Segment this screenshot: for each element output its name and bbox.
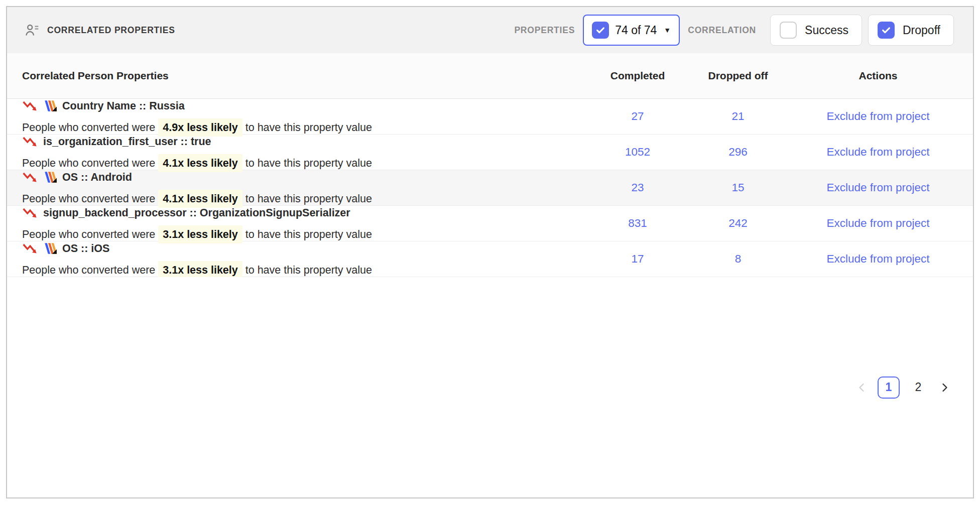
column-header-property: Correlated Person Properties [7,70,582,82]
chevron-left-icon [854,380,870,395]
success-checkbox[interactable] [780,22,797,39]
table-body: Country Name :: Russia People who conver… [7,99,973,277]
property-name: is_organization_first_user :: true [43,136,211,148]
trend-down-icon [22,99,38,113]
properties-select-all-checkbox[interactable] [592,22,609,39]
column-header-actions: Actions [783,70,973,82]
description-suffix: to have this property value [246,264,372,276]
actions-cell: Exclude from project [783,170,973,205]
description-suffix: to have this property value [246,193,372,205]
property-title: OS :: Android [22,170,582,184]
exclude-from-project-link[interactable]: Exclude from project [826,217,929,230]
trend-down-icon [22,206,38,220]
column-header-completed: Completed [582,70,693,82]
description-prefix: People who converted were [22,193,155,205]
description-suffix: to have this property value [246,157,372,169]
description-suffix: to have this property value [246,121,372,134]
pagination-page-2[interactable]: 2 [908,376,929,399]
column-header-dropped-off: Dropped off [693,70,783,82]
completed-count[interactable]: 1052 [582,135,693,170]
dropoff-checkbox[interactable] [878,22,895,39]
trend-down-icon [22,241,38,256]
exclude-from-project-link[interactable]: Exclude from project [826,110,929,123]
success-toggle-button[interactable]: Success [770,15,862,46]
property-name: Country Name :: Russia [62,100,185,112]
table-row: signup_backend_processor :: Organization… [7,206,973,241]
properties-filter-value: 74 of 74 [615,24,657,37]
property-title: Country Name :: Russia [22,99,582,113]
panel-title-group: CORRELATED PROPERTIES [24,22,175,38]
table-row: OS :: Android People who converted were … [7,170,973,206]
properties-filter-dropdown[interactable]: 74 of 74 ▼ [583,15,680,46]
property-description: People who converted were 4.1x less like… [22,157,582,170]
property-cell: is_organization_first_user :: true Peopl… [7,135,582,170]
trend-down-icon [22,170,38,184]
dropoff-toggle-button[interactable]: Dropoff [868,15,954,46]
description-prefix: People who converted were [22,157,155,169]
completed-count[interactable]: 27 [582,99,693,134]
property-description: People who converted were 3.1x less like… [22,264,582,277]
dropped-off-count[interactable]: 296 [693,135,783,170]
exclude-from-project-link[interactable]: Exclude from project [826,181,929,194]
exclude-from-project-link[interactable]: Exclude from project [826,252,929,266]
panel-header: CORRELATED PROPERTIES PROPERTIES 74 of 7… [7,7,973,53]
description-prefix: People who converted were [22,264,155,276]
property-name: OS :: Android [62,171,132,184]
actions-cell: Exclude from project [783,241,973,277]
dropped-off-count[interactable]: 8 [693,241,783,277]
property-cell: OS :: Android People who converted were … [7,170,582,205]
correlation-label: CORRELATION [688,25,756,36]
actions-cell: Exclude from project [783,99,973,134]
person-list-icon [24,22,40,38]
pagination-page-1[interactable]: 1 [878,376,900,399]
multiplier-highlight: 3.1x less likely [158,261,242,279]
dropped-off-count[interactable]: 242 [693,206,783,241]
property-title: OS :: iOS [22,241,582,256]
dropoff-toggle-label: Dropoff [903,24,940,37]
property-description: People who converted were 3.1x less like… [22,228,582,241]
multiplier-highlight: 3.1x less likely [158,225,242,243]
description-prefix: People who converted were [22,121,155,134]
table-row: Country Name :: Russia People who conver… [7,99,973,135]
completed-count[interactable]: 831 [582,206,693,241]
bar-chart-icon [43,170,57,184]
chevron-down-icon: ▼ [664,26,671,34]
actions-cell: Exclude from project [783,135,973,170]
bar-chart-icon [43,99,57,113]
description-prefix: People who converted were [22,228,155,240]
property-cell: Country Name :: Russia People who conver… [7,99,582,134]
bar-chart-icon [43,241,57,256]
exclude-from-project-link[interactable]: Exclude from project [826,146,929,159]
completed-count[interactable]: 17 [582,241,693,277]
actions-cell: Exclude from project [783,206,973,241]
property-description: People who converted were 4.1x less like… [22,193,582,205]
property-cell: OS :: iOS People who converted were 3.1x… [7,241,582,277]
property-cell: signup_backend_processor :: Organization… [7,206,582,241]
dropped-off-count[interactable]: 21 [693,99,783,134]
property-name: signup_backend_processor :: Organization… [43,207,350,219]
table-header-row: Correlated Person Properties Completed D… [7,53,973,99]
description-suffix: to have this property value [246,228,372,240]
correlated-properties-panel: CORRELATED PROPERTIES PROPERTIES 74 of 7… [6,6,974,498]
property-title: signup_backend_processor :: Organization… [22,206,582,220]
property-name: OS :: iOS [62,242,109,255]
multiplier-highlight: 4.9x less likely [158,118,242,137]
panel-title: CORRELATED PROPERTIES [47,25,175,36]
property-description: People who converted were 4.9x less like… [22,121,582,134]
properties-label: PROPERTIES [514,25,575,36]
trend-down-icon [22,135,38,149]
table-row: is_organization_first_user :: true Peopl… [7,135,973,170]
chevron-right-icon[interactable] [937,380,952,395]
table-footer: 1 2 [7,277,973,497]
property-title: is_organization_first_user :: true [22,135,582,149]
multiplier-highlight: 4.1x less likely [158,154,242,172]
table-row: OS :: iOS People who converted were 3.1x… [7,241,973,277]
dropped-off-count[interactable]: 15 [693,170,783,205]
success-toggle-label: Success [805,24,848,37]
completed-count[interactable]: 23 [582,170,693,205]
multiplier-highlight: 4.1x less likely [158,190,242,208]
